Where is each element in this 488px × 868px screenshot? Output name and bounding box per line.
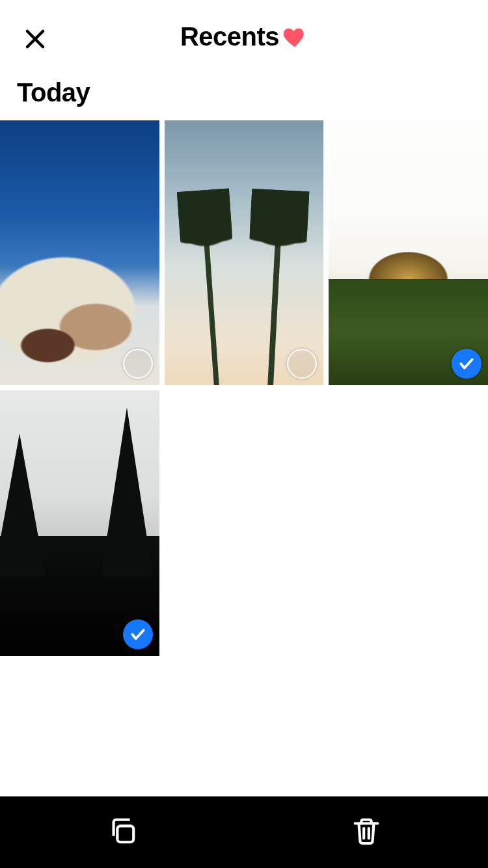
photo-thumbnail (0, 390, 159, 655)
selection-circle[interactable] (123, 349, 153, 379)
title-wrap: Recents (180, 22, 308, 51)
trash-icon (351, 816, 381, 848)
photo-grid (0, 120, 488, 656)
photo-thumbnail (0, 120, 159, 385)
photo-thumbnail (329, 120, 488, 385)
bottom-toolbar (0, 796, 488, 868)
photo-tile[interactable] (0, 390, 159, 655)
heart-icon (282, 24, 308, 50)
section-header-today: Today (0, 65, 488, 120)
photo-tile[interactable] (329, 120, 488, 385)
photo-thumbnail (165, 120, 324, 385)
page-title: Recents (180, 22, 279, 51)
header: Recents (0, 0, 488, 65)
selection-check-icon[interactable] (123, 619, 153, 649)
close-icon (23, 27, 47, 53)
photo-tile[interactable] (0, 120, 159, 385)
close-button[interactable] (21, 26, 49, 55)
svg-rect-2 (117, 826, 133, 842)
photo-tile[interactable] (165, 120, 324, 385)
copy-icon (107, 816, 137, 848)
copy-button[interactable] (96, 806, 148, 858)
delete-button[interactable] (340, 806, 392, 858)
